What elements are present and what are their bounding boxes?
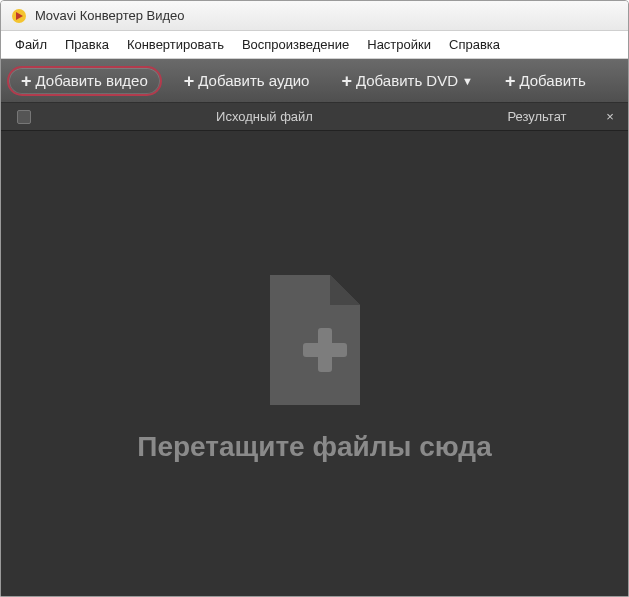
plus-icon: + (184, 72, 195, 90)
chevron-down-icon: ▼ (462, 75, 473, 87)
window-title: Movavi Конвертер Видео (35, 8, 185, 23)
add-audio-label: Добавить аудио (198, 72, 309, 89)
column-headers: Исходный файл Результат × (1, 103, 628, 131)
drop-area[interactable]: Перетащите файлы сюда (1, 131, 628, 596)
add-video-button[interactable]: + Добавить видео (7, 66, 162, 96)
add-more-label: Добавить (519, 72, 585, 89)
menu-play[interactable]: Воспроизведение (234, 33, 357, 56)
app-icon (11, 8, 27, 24)
plus-icon: + (505, 72, 516, 90)
menu-file[interactable]: Файл (7, 33, 55, 56)
close-column-button[interactable]: × (592, 109, 628, 124)
menu-convert[interactable]: Конвертировать (119, 33, 232, 56)
svg-rect-2 (318, 328, 332, 372)
add-dvd-button[interactable]: + Добавить DVD ▼ (331, 67, 483, 95)
add-dvd-label: Добавить DVD (356, 72, 458, 89)
select-all-cell[interactable] (1, 110, 47, 124)
add-more-button[interactable]: + Добавить (495, 67, 596, 95)
plus-icon: + (21, 72, 32, 90)
menu-edit[interactable]: Правка (57, 33, 117, 56)
col-source: Исходный файл (47, 109, 482, 124)
menu-settings[interactable]: Настройки (359, 33, 439, 56)
add-video-label: Добавить видео (36, 72, 148, 89)
toolbar: + Добавить видео + Добавить аудио + Доба… (1, 59, 628, 103)
app-window: Movavi Конвертер Видео Файл Правка Конве… (0, 0, 629, 597)
menu-help[interactable]: Справка (441, 33, 508, 56)
drop-text: Перетащите файлы сюда (137, 431, 491, 463)
titlebar: Movavi Конвертер Видео (1, 1, 628, 31)
col-result: Результат (482, 109, 592, 124)
select-all-checkbox[interactable] (17, 110, 31, 124)
file-add-icon (245, 265, 385, 419)
menubar: Файл Правка Конвертировать Воспроизведен… (1, 31, 628, 59)
add-audio-button[interactable]: + Добавить аудио (174, 67, 320, 95)
plus-icon: + (341, 72, 352, 90)
